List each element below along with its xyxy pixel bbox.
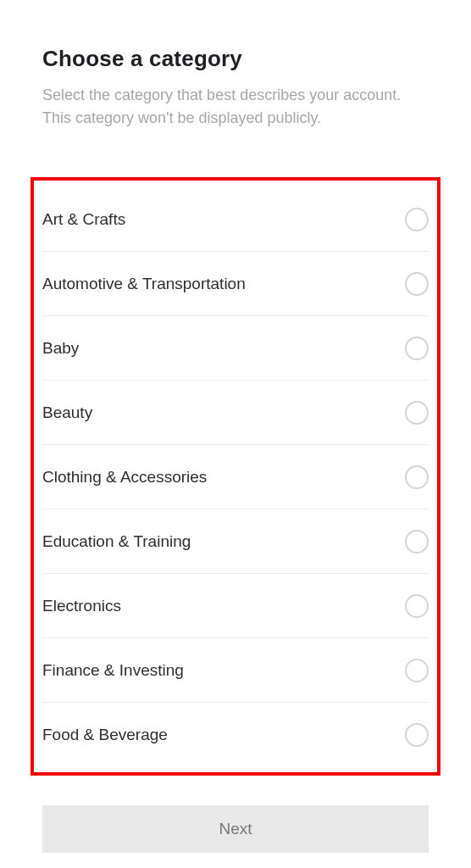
category-label: Education & Training (42, 532, 191, 551)
radio-icon (405, 208, 429, 231)
category-label: Finance & Investing (42, 661, 184, 680)
category-row-electronics[interactable]: Electronics (42, 574, 429, 638)
category-row-baby[interactable]: Baby (42, 316, 429, 381)
category-row-beauty[interactable]: Beauty (42, 381, 429, 445)
category-row-finance[interactable]: Finance & Investing (42, 638, 429, 703)
next-button[interactable]: Next (42, 805, 429, 853)
next-button-label: Next (219, 820, 252, 838)
radio-icon (405, 530, 429, 554)
category-label: Clothing & Accessories (42, 468, 207, 487)
category-row-automotive[interactable]: Automotive & Transportation (42, 252, 429, 316)
category-row-clothing[interactable]: Clothing & Accessories (42, 445, 429, 509)
category-row-art-crafts[interactable]: Art & Crafts (42, 187, 429, 252)
radio-icon (405, 594, 429, 618)
category-label: Baby (42, 339, 79, 358)
radio-icon (405, 337, 429, 360)
category-label: Electronics (42, 597, 121, 615)
page-title: Choose a category (42, 46, 429, 72)
radio-icon (405, 465, 429, 489)
category-list: Art & Crafts Automotive & Transportation… (30, 177, 441, 776)
radio-icon (405, 401, 429, 425)
radio-icon (405, 272, 429, 296)
category-row-education[interactable]: Education & Training (42, 509, 429, 574)
category-label: Art & Crafts (42, 210, 125, 229)
category-page: Choose a category Select the category th… (0, 0, 471, 776)
radio-icon (405, 659, 429, 682)
category-label: Food & Beverage (42, 726, 168, 744)
page-subtitle: Select the category that best describes … (42, 84, 429, 130)
category-label: Beauty (42, 403, 92, 422)
category-row-food[interactable]: Food & Beverage (42, 703, 429, 767)
radio-icon (405, 723, 429, 747)
category-label: Automotive & Transportation (42, 275, 246, 293)
